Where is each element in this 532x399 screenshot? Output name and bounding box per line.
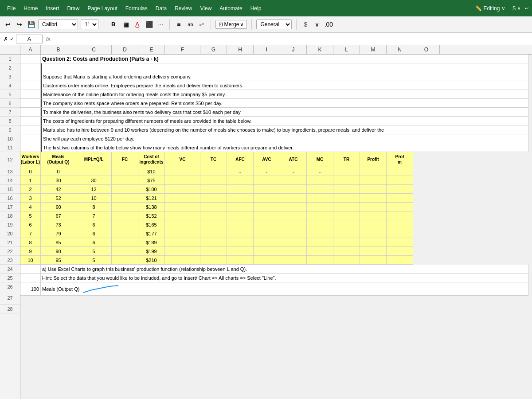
- cell-row1-col9[interactable]: [280, 176, 307, 185]
- cell-row4-col1[interactable]: 60: [41, 203, 76, 211]
- cell-row2-col11[interactable]: [333, 185, 360, 194]
- cell-row1-col12[interactable]: [360, 176, 387, 185]
- row-num-12[interactable]: 12: [0, 152, 20, 167]
- cell-row10-col11[interactable]: [333, 256, 360, 265]
- col-header-g[interactable]: G: [200, 45, 227, 54]
- cell-row6-col7[interactable]: [227, 220, 254, 229]
- merge-button[interactable]: ⊡ Merge ∨: [215, 20, 247, 29]
- cell-a4[interactable]: [20, 81, 41, 90]
- cell-row5-col0[interactable]: 5: [20, 211, 41, 220]
- cell-row6-col11[interactable]: [333, 220, 360, 229]
- cell-cost-ingr-header[interactable]: Cost of ingredients: [138, 152, 165, 167]
- row-num-1[interactable]: 1: [0, 55, 20, 63]
- cell-row4-col9[interactable]: [280, 203, 307, 211]
- cell-fc-header[interactable]: FC: [112, 152, 138, 167]
- col-header-i[interactable]: I: [254, 45, 280, 54]
- col-header-l[interactable]: L: [333, 45, 360, 54]
- row-num-27[interactable]: 27: [0, 291, 20, 305]
- cell-row2-col13[interactable]: [387, 185, 413, 194]
- cell-row0-col12[interactable]: [360, 167, 387, 176]
- cell-row7-col11[interactable]: [333, 229, 360, 238]
- cell-row3-col10[interactable]: [307, 194, 333, 203]
- cell-desc-2[interactable]: Customers order meals online. Employees …: [41, 81, 528, 90]
- cell-row4-col10[interactable]: [307, 203, 333, 211]
- cell-row9-col6[interactable]: [200, 247, 227, 256]
- row-num-9[interactable]: 9: [0, 125, 20, 134]
- cell-row6-col3[interactable]: [112, 220, 138, 229]
- cell-b1-merged[interactable]: Question 2: Costs and Production (Parts …: [41, 55, 528, 63]
- ab-icon[interactable]: ab: [186, 20, 195, 29]
- cell-row0-col1[interactable]: 0: [41, 167, 76, 176]
- cell-row0-col8[interactable]: -: [254, 167, 280, 176]
- cell-row4-col8[interactable]: [254, 203, 280, 211]
- cell-row6-col5[interactable]: [165, 220, 200, 229]
- cell-row1-col10[interactable]: [307, 176, 333, 185]
- cell-row2-col12[interactable]: [360, 185, 387, 194]
- cell-row8-col3[interactable]: [112, 238, 138, 247]
- undo-icon[interactable]: ↩: [4, 20, 12, 29]
- font-select[interactable]: Calibri: [38, 20, 78, 29]
- cell-tr-header[interactable]: TR: [333, 152, 360, 167]
- cell-a7[interactable]: [20, 108, 41, 117]
- cell-a1[interactable]: [20, 55, 41, 63]
- cell-row8-col9[interactable]: [280, 238, 307, 247]
- cell-row2-col4[interactable]: $100: [138, 185, 165, 194]
- cell-row10-col1[interactable]: 95: [41, 256, 76, 265]
- row-num-3[interactable]: 3: [0, 72, 20, 81]
- cell-row4-col0[interactable]: 4: [20, 203, 41, 211]
- menu-home[interactable]: Home: [20, 4, 41, 13]
- cell-row2-col5[interactable]: [165, 185, 200, 194]
- cell-row9-col2[interactable]: 5: [76, 247, 112, 256]
- cell-row10-col8[interactable]: [254, 256, 280, 265]
- cell-desc-5[interactable]: To make the deliveries, the business als…: [41, 108, 528, 117]
- row-num-6[interactable]: 6: [0, 99, 20, 108]
- cell-row10-col9[interactable]: [280, 256, 307, 265]
- cell-row3-col2[interactable]: 10: [76, 194, 112, 203]
- cell-desc-3[interactable]: Maintenance of the online platform for o…: [41, 90, 528, 99]
- cell-row7-col7[interactable]: [227, 229, 254, 238]
- row-num-14[interactable]: 14: [0, 176, 20, 185]
- cell-row3-col9[interactable]: [280, 194, 307, 203]
- col-header-j[interactable]: J: [280, 45, 307, 54]
- cell-row10-col7[interactable]: [227, 256, 254, 265]
- cell-row6-col8[interactable]: [254, 220, 280, 229]
- cell-row3-col7[interactable]: [227, 194, 254, 203]
- row-num-16[interactable]: 16: [0, 194, 20, 203]
- cell-row1-col11[interactable]: [333, 176, 360, 185]
- number-format-select[interactable]: General: [256, 20, 292, 29]
- row-num-2[interactable]: 2: [0, 63, 20, 72]
- cell-a2[interactable]: [20, 63, 41, 72]
- cell-fn-a[interactable]: [20, 265, 41, 274]
- cell-row2-col2[interactable]: 12: [76, 185, 112, 194]
- col-header-b[interactable]: B: [41, 45, 76, 54]
- cell-chart-label[interactable]: Meals (Output Q): [41, 282, 528, 296]
- row-num-28[interactable]: 28: [0, 305, 20, 313]
- cell-row6-col12[interactable]: [360, 220, 387, 229]
- cell-row5-col4[interactable]: $152: [138, 211, 165, 220]
- save-icon[interactable]: 💾: [27, 20, 35, 29]
- cell-row5-col1[interactable]: 67: [41, 211, 76, 220]
- menu-formulas[interactable]: Formulas: [122, 4, 151, 13]
- cell-row1-col3[interactable]: [112, 176, 138, 185]
- cell-desc-9[interactable]: The first two columns of the table below…: [41, 143, 528, 152]
- cell-row4-col7[interactable]: [227, 203, 254, 211]
- cell-row7-col8[interactable]: [254, 229, 280, 238]
- cell-row0-col6[interactable]: [200, 167, 227, 176]
- cell-a5[interactable]: [20, 90, 41, 99]
- col-header-h[interactable]: H: [227, 45, 254, 54]
- cell-row6-col9[interactable]: [280, 220, 307, 229]
- cell-row0-col4[interactable]: $10: [138, 167, 165, 176]
- cell-vc-header[interactable]: VC: [165, 152, 200, 167]
- col-header-k[interactable]: K: [307, 45, 333, 54]
- redo-icon[interactable]: ↪: [15, 20, 24, 29]
- cell-row1-col0[interactable]: 1: [20, 176, 41, 185]
- cell-row7-col0[interactable]: 7: [20, 229, 41, 238]
- col-header-c[interactable]: C: [76, 45, 112, 54]
- cell-a3[interactable]: [20, 72, 41, 81]
- cell-a8[interactable]: [20, 117, 41, 125]
- cell-row10-col3[interactable]: [112, 256, 138, 265]
- cell-row0-col5[interactable]: [165, 167, 200, 176]
- cell-desc-6[interactable]: The costs of ingredients for preparing d…: [41, 117, 528, 125]
- menu-draw[interactable]: Draw: [63, 4, 83, 13]
- cell-row5-col9[interactable]: [280, 211, 307, 220]
